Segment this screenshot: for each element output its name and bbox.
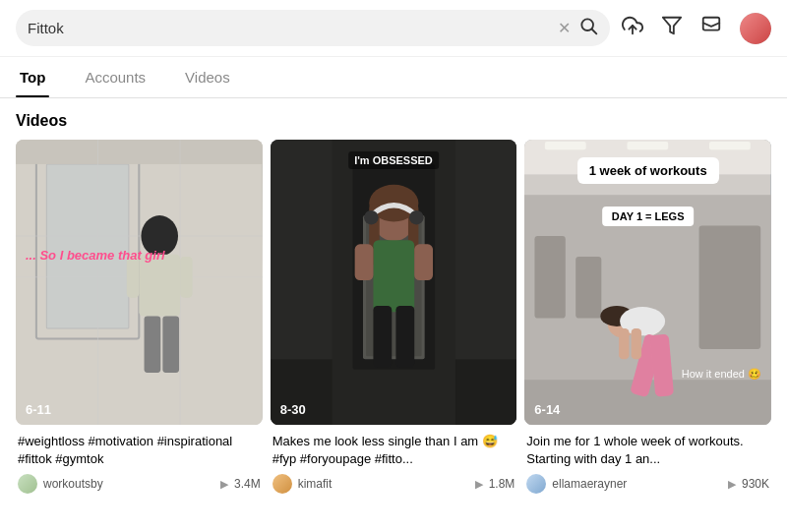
video-info-2: Makes me look less single than I am 😅#fy… xyxy=(271,425,517,498)
video-card-3[interactable]: 1 week of workouts DAY 1 = LEGS How it e… xyxy=(524,140,771,498)
play-icon-3: ▶ xyxy=(728,478,736,491)
message-icon[interactable] xyxy=(700,15,722,41)
video-duration-3: 6-14 xyxy=(534,402,560,417)
header: ✕ xyxy=(0,0,787,57)
svg-rect-18 xyxy=(180,257,193,298)
svg-rect-53 xyxy=(632,328,641,359)
view-count-2: 1.8M xyxy=(489,477,515,491)
svg-rect-52 xyxy=(619,328,629,359)
svg-line-1 xyxy=(592,30,597,34)
video-box1-text-3: 1 week of workouts xyxy=(577,157,719,184)
video-meta-1: workoutsby ▶ 3.4M xyxy=(18,474,261,494)
video-duration-1: 6-11 xyxy=(26,402,51,417)
svg-rect-44 xyxy=(699,226,761,349)
svg-rect-29 xyxy=(373,240,414,312)
user-avatar-3 xyxy=(526,474,546,494)
svg-rect-38 xyxy=(545,142,586,149)
video-grid: ... So I became that girl 6-11 #weightlo… xyxy=(0,140,787,498)
tabs-bar: Top Accounts Videos xyxy=(0,57,787,98)
upload-icon[interactable] xyxy=(622,15,643,41)
video-overlay-text-2: I'm OBSESSED xyxy=(348,151,439,169)
video-thumbnail-2: I'm OBSESSED 8-30 xyxy=(271,140,517,425)
view-count-1: 3.4M xyxy=(234,477,261,491)
avatar[interactable] xyxy=(740,13,771,44)
username-2: kimafit xyxy=(298,477,333,491)
video-card-2[interactable]: I'm OBSESSED 8-30 Makes me look less sin… xyxy=(271,140,517,498)
video-bottom-text-3: How it ended 🥴 xyxy=(682,368,761,381)
username-3: ellamaerayner xyxy=(552,477,627,491)
section-title: Videos xyxy=(0,98,787,140)
search-bar[interactable]: ✕ xyxy=(16,10,610,46)
svg-point-35 xyxy=(409,210,424,225)
video-thumbnail-3: 1 week of workouts DAY 1 = LEGS How it e… xyxy=(524,140,771,425)
tab-top[interactable]: Top xyxy=(16,57,49,97)
username-1: workoutsby xyxy=(43,477,103,491)
svg-rect-40 xyxy=(709,142,751,149)
search-input[interactable] xyxy=(28,20,550,36)
video-thumbnail-1: ... So I became that girl 6-11 xyxy=(16,140,263,425)
user-avatar-1 xyxy=(18,474,37,494)
video-info-1: #weightloss #motivation #inspirational #… xyxy=(16,425,263,498)
video-caption-3: Join me for 1 whole week of workouts. St… xyxy=(526,433,769,468)
view-count-3: 930K xyxy=(742,477,769,491)
search-button[interactable] xyxy=(578,16,598,40)
video-info-3: Join me for 1 whole week of workouts. St… xyxy=(524,425,771,498)
video-duration-2: 8-30 xyxy=(280,402,306,417)
tab-accounts[interactable]: Accounts xyxy=(81,57,150,97)
video-overlay-text-1: ... So I became that girl xyxy=(26,248,165,265)
video-caption-2: Makes me look less single than I am 😅#fy… xyxy=(272,433,515,468)
filter-icon[interactable] xyxy=(661,15,683,41)
video-meta-2: kimafit ▶ 1.8M xyxy=(272,474,515,494)
svg-rect-8 xyxy=(16,140,263,164)
svg-marker-3 xyxy=(663,18,681,34)
svg-rect-16 xyxy=(162,316,179,372)
svg-rect-7 xyxy=(46,164,129,328)
play-icon-1: ▶ xyxy=(220,478,228,491)
video-card-1[interactable]: ... So I became that girl 6-11 #weightlo… xyxy=(16,140,263,498)
svg-rect-32 xyxy=(354,244,373,280)
video-meta-3: ellamaerayner ▶ 930K xyxy=(526,474,769,494)
play-icon-2: ▶ xyxy=(475,478,483,491)
svg-rect-30 xyxy=(373,306,392,368)
svg-rect-31 xyxy=(395,306,414,368)
svg-rect-39 xyxy=(628,142,669,149)
svg-rect-43 xyxy=(576,257,602,319)
header-actions xyxy=(622,13,771,44)
clear-icon[interactable]: ✕ xyxy=(558,21,571,36)
video-box2-text-3: DAY 1 = LEGS xyxy=(602,207,695,226)
svg-point-34 xyxy=(364,210,379,225)
svg-rect-15 xyxy=(145,316,161,372)
user-avatar-2 xyxy=(272,474,292,494)
tab-videos[interactable]: Videos xyxy=(181,57,234,97)
svg-rect-33 xyxy=(414,244,433,280)
svg-rect-42 xyxy=(535,236,566,319)
video-caption-1: #weightloss #motivation #inspirational #… xyxy=(18,433,261,468)
